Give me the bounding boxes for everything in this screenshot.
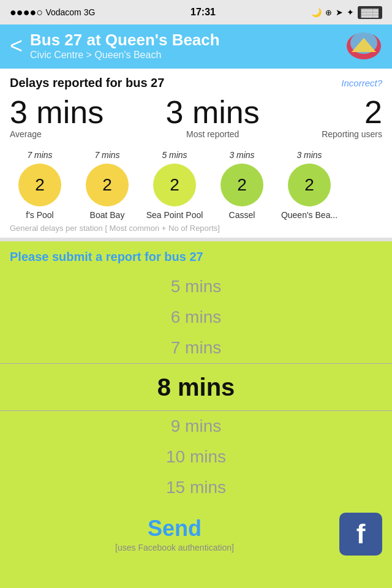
picker-item[interactable]: 8 mins: [0, 363, 392, 411]
average-value: 3 mins: [10, 96, 104, 128]
stations-section: 7 mins 2 f's Pool 7 mins 2 Boat Bay 5 mi…: [0, 144, 392, 238]
station-delay: 3 mins: [229, 150, 254, 160]
reporting-users-value: 2: [322, 96, 382, 128]
station-circle: 2: [221, 164, 263, 206]
delays-section: Delays reported for bus 27 Incorrect? 3 …: [0, 69, 392, 144]
delay-picker[interactable]: 5 mins6 mins7 mins8 mins9 mins10 mins15 …: [0, 271, 392, 503]
station-name: Sea Point Pool: [146, 210, 203, 220]
station-item: 7 mins 2 f's Pool: [6, 150, 74, 220]
incorrect-link[interactable]: Incorrect?: [341, 78, 382, 88]
back-button[interactable]: <: [10, 35, 23, 57]
station-name: Boat Bay: [90, 210, 125, 220]
most-reported-value: 3 mins: [166, 96, 260, 128]
station-name: f's Pool: [26, 210, 53, 220]
moon-icon: 🌙: [311, 7, 322, 17]
app-header: < Bus 27 at Queen's Beach Civic Centre >…: [0, 24, 392, 69]
stations-footer: General delays per station [ Most common…: [0, 220, 392, 238]
average-label: Average: [10, 129, 104, 139]
status-left: ●●●●○ Vodacom 3G: [10, 6, 95, 19]
send-auth-note: [uses Facebook authentication]: [10, 543, 339, 552]
battery-icon: ▓▓▓: [358, 6, 382, 19]
facebook-icon: f: [356, 519, 366, 549]
facebook-button[interactable]: f: [339, 513, 382, 556]
status-right: 🌙 ⊕ ➤ ✦ ▓▓▓: [311, 6, 382, 19]
lock-icon: ⊕: [325, 8, 332, 17]
stat-most-reported: 3 mins Most reported: [166, 96, 260, 139]
station-delay: 7 mins: [27, 150, 52, 160]
station-name: Queen's Bea...: [281, 210, 337, 220]
station-circle: 2: [18, 164, 61, 206]
station-delay: 7 mins: [94, 150, 119, 160]
send-section: Send [uses Facebook authentication] f: [0, 503, 392, 562]
picker-item[interactable]: 7 mins: [0, 333, 392, 363]
signal-dots: ●●●●○: [10, 6, 43, 19]
header-text: Bus 27 at Queen's Beach Civic Centre > Q…: [30, 31, 338, 61]
most-reported-label: Most reported: [166, 129, 260, 139]
delays-title: Delays reported for bus 27: [10, 76, 164, 90]
send-button[interactable]: Send: [10, 516, 339, 541]
delays-header: Delays reported for bus 27 Incorrect?: [10, 76, 382, 90]
picker-item[interactable]: 15 mins: [0, 472, 392, 503]
header-title: Bus 27 at Queen's Beach: [30, 31, 338, 49]
stat-average: 3 mins Average: [10, 96, 104, 139]
station-name: Cassel: [229, 210, 255, 220]
station-circle: 2: [153, 164, 196, 206]
delays-stats: 3 mins Average 3 mins Most reported 2 Re…: [10, 94, 382, 144]
station-circle: 2: [288, 164, 331, 206]
time-label: 17:31: [190, 7, 216, 18]
station-delay: 5 mins: [162, 150, 187, 160]
picker-item[interactable]: 9 mins: [0, 411, 392, 442]
bluetooth-icon: ✦: [347, 7, 354, 17]
picker-item[interactable]: 6 mins: [0, 302, 392, 333]
submit-section: Please submit a report for bus 27: [0, 241, 392, 264]
reporting-users-label: Reporting users: [322, 129, 382, 139]
station-item: 3 mins 2 Queen's Bea...: [276, 150, 343, 220]
network-label: 3G: [84, 7, 96, 17]
stations-scroll[interactable]: 7 mins 2 f's Pool 7 mins 2 Boat Bay 5 mi…: [0, 150, 392, 220]
picker-item[interactable]: 10 mins: [0, 442, 392, 472]
carrier-label: Vodacom: [45, 7, 81, 17]
app-logo: [345, 31, 382, 61]
submit-prompt: Please submit a report for bus 27: [10, 250, 382, 264]
station-circle: 2: [86, 164, 129, 206]
stat-reporting-users: 2 Reporting users: [322, 96, 382, 139]
picker-item[interactable]: 5 mins: [0, 271, 392, 302]
station-item: 7 mins 2 Boat Bay: [74, 150, 141, 220]
stations-footer-text: General delays per station: [10, 224, 103, 233]
station-item: 5 mins 2 Sea Point Pool: [141, 150, 208, 220]
status-bar: ●●●●○ Vodacom 3G 17:31 🌙 ⊕ ➤ ✦ ▓▓▓: [0, 0, 392, 24]
location-icon: ➤: [336, 7, 343, 17]
station-item: 3 mins 2 Cassel: [208, 150, 276, 220]
stations-footer-subtext: [ Most common + No of Reports]: [105, 224, 219, 233]
station-delay: 3 mins: [296, 150, 322, 160]
send-info: Send [uses Facebook authentication]: [10, 516, 339, 552]
header-subtitle: Civic Centre > Queen's Beach: [30, 50, 338, 61]
